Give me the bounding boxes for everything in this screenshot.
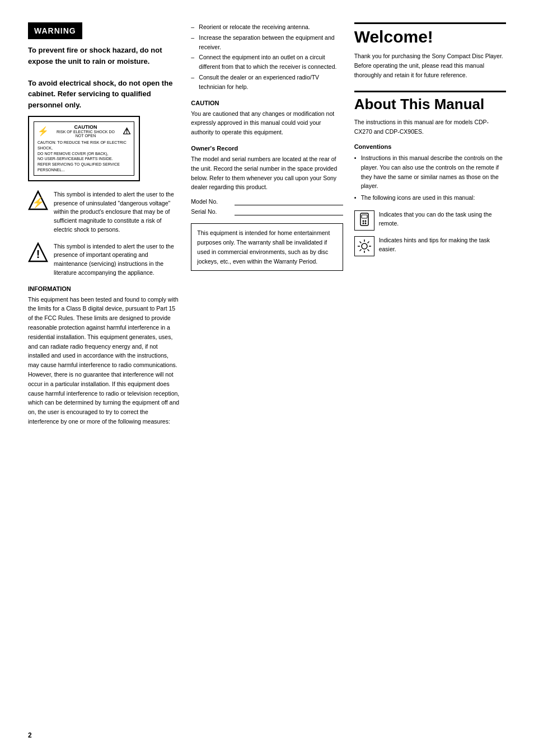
svg-point-9 xyxy=(364,222,366,224)
warning-text-fire: To prevent fire or shock hazard, do not … xyxy=(28,45,180,67)
warning-label: WARNING xyxy=(34,26,76,35)
svg-rect-5 xyxy=(362,215,367,218)
icon2-desc: Indicates hints and tips for making the … xyxy=(379,236,506,254)
bullet-item-4: Consult the dealer or an experienced rad… xyxy=(191,73,343,92)
serial-underline xyxy=(235,208,343,215)
caution-image-inner: ⚡ CAUTION RISK OF ELECTRIC SHOCK DO NOT … xyxy=(34,121,134,176)
svg-point-10 xyxy=(362,243,367,249)
icon-row-1: Indicates that you can do the task using… xyxy=(354,210,506,231)
warning-text-shock: To avoid electrical shock, do not open t… xyxy=(28,78,180,111)
lightning-symbol-icon: ⚡ xyxy=(28,190,48,210)
icon-row-2: Indicates hints and tips for making the … xyxy=(354,236,506,256)
caution-title: CAUTION xyxy=(53,124,118,130)
model-no-line: Model No. xyxy=(191,198,343,205)
left-column: WARNING To prevent fire or shock hazard,… xyxy=(28,22,180,734)
caution-image-title: ⚡ CAUTION RISK OF ELECTRIC SHOCK DO NOT … xyxy=(38,124,130,138)
svg-line-18 xyxy=(359,249,361,251)
svg-line-15 xyxy=(359,241,361,243)
serial-no-line: Serial No. xyxy=(191,208,343,215)
bullet-item-3: Connect the equipment into an outlet on … xyxy=(191,53,343,72)
conventions-list: Instructions in this manual describe the… xyxy=(354,153,506,203)
caution-small-text: CAUTION: TO REDUCE THE RISK OF ELECTRIC … xyxy=(38,140,130,173)
caution-heading: CAUTION xyxy=(191,100,343,106)
symbol-row-2: ! This symbol is intended to alert the u… xyxy=(28,242,180,278)
caution-line-3: NO USER-SERVICEABLE PARTS INSIDE. xyxy=(38,156,130,162)
svg-text:⚡: ⚡ xyxy=(32,196,45,209)
svg-line-17 xyxy=(367,241,369,243)
caution-image-box: ⚡ CAUTION RISK OF ELECTRIC SHOCK DO NOT … xyxy=(28,116,140,181)
caution-subtitle: RISK OF ELECTRIC SHOCK DO NOT OPEN xyxy=(53,130,118,138)
symbol1-text: This symbol is intended to alert the use… xyxy=(54,190,180,234)
svg-line-16 xyxy=(367,249,369,251)
exclamation-symbol-icon: ! xyxy=(28,242,48,262)
caution-image-title-text: CAUTION RISK OF ELECTRIC SHOCK DO NOT OP… xyxy=(53,124,118,138)
svg-point-6 xyxy=(362,220,364,222)
remote-icon xyxy=(354,210,374,231)
tips-icon xyxy=(354,236,374,256)
caution-line-2: DO NOT REMOVE COVER (OR BACK), xyxy=(38,151,130,157)
bullet-item-2: Increase the separation between the equi… xyxy=(191,33,343,52)
svg-point-8 xyxy=(362,222,364,224)
svg-point-7 xyxy=(364,220,366,222)
equipment-box: This equipment is intended for home ente… xyxy=(191,223,343,271)
welcome-section: Welcome! Thank you for purchasing the So… xyxy=(354,22,506,79)
bullet-item-1: Reorient or relocate the receiving anten… xyxy=(191,22,343,32)
welcome-heading: Welcome! xyxy=(354,27,506,46)
interference-measures-list: Reorient or relocate the receiving anten… xyxy=(191,22,343,92)
about-section: About This Manual The instructions in th… xyxy=(354,91,506,256)
caution-line-1: CAUTION: TO REDUCE THE RISK OF ELECTRIC … xyxy=(38,140,130,151)
symbol-row-1: ⚡ This symbol is intended to alert the u… xyxy=(28,190,180,234)
owners-record-text: The model and serial numbers are located… xyxy=(191,154,343,192)
icon1-desc: Indicates that you can do the task using… xyxy=(379,210,506,228)
information-text: This equipment has been tested and found… xyxy=(28,295,180,426)
caution-block: CAUTION You are cautioned that any chang… xyxy=(191,100,343,137)
warning-main-text: To prevent fire or shock hazard, do not … xyxy=(28,45,180,110)
right-column: Welcome! Thank you for purchasing the So… xyxy=(354,22,506,734)
middle-column: Reorient or relocate the receiving anten… xyxy=(191,22,343,734)
warning-label-box: WARNING xyxy=(28,22,82,39)
conventions-heading: Conventions xyxy=(354,143,506,150)
convention-item-2: The following icons are used in this man… xyxy=(354,193,506,203)
page-number: 2 xyxy=(28,731,32,739)
owners-record: Owner's Record The model and serial numb… xyxy=(191,145,343,215)
svg-text:!: ! xyxy=(36,248,40,260)
convention-item-1: Instructions in this manual describe the… xyxy=(354,153,506,191)
model-label: Model No. xyxy=(191,198,230,205)
model-underline xyxy=(235,198,343,205)
caution-text: You are cautioned that any changes or mo… xyxy=(191,109,343,137)
serial-label: Serial No. xyxy=(191,208,230,215)
about-heading: About This Manual xyxy=(354,96,506,113)
welcome-text: Thank you for purchasing the Sony Compac… xyxy=(354,51,506,79)
exclaim-icon: ⚠ xyxy=(123,126,130,137)
caution-line-4: REFER SERVICING TO QUALIFIED SERVICE PER… xyxy=(38,162,130,173)
about-text: The instructions in this manual are for … xyxy=(354,118,506,137)
information-heading: INFORMATION xyxy=(28,285,180,292)
symbol2-text: This symbol is intended to alert the use… xyxy=(54,242,180,278)
equipment-box-text: This equipment is intended for home ente… xyxy=(197,229,330,264)
owners-record-heading: Owner's Record xyxy=(191,145,343,152)
bolt-icon: ⚡ xyxy=(38,126,49,137)
